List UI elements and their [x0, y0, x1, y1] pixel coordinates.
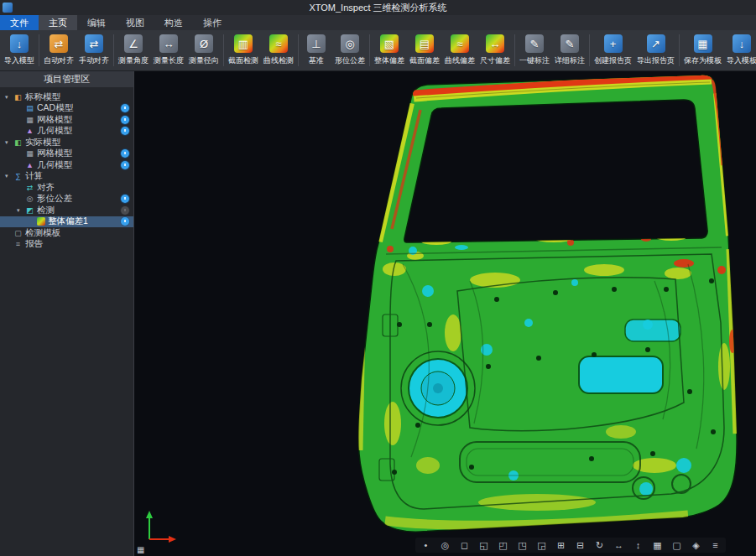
- auto-align-label: 自动对齐: [44, 55, 74, 66]
- point-snap-icon[interactable]: •: [418, 538, 434, 552]
- gdt-button[interactable]: ◎ 形位公差: [332, 33, 368, 68]
- tree-item-label: 网格模型: [37, 148, 72, 159]
- section-deviation-label: 截面偏差: [409, 55, 440, 66]
- mesh-model-icon: ▦: [25, 149, 34, 158]
- project-manager-title: 项目管理区: [0, 71, 133, 87]
- tab-edit[interactable]: 编辑: [77, 15, 116, 30]
- import-model-button[interactable]: ↓ 导入模型: [2, 33, 37, 68]
- tree-item-overall-deviation-1[interactable]: 整体偏差1: [0, 216, 133, 228]
- import-model-icon: ↓: [10, 34, 29, 53]
- tree-item-label: 几何模型: [37, 159, 72, 171]
- grid-toggle-icon[interactable]: ▦: [137, 545, 144, 554]
- tree-item-actual-mesh-model[interactable]: ▦ 网格模型: [0, 148, 133, 160]
- pan-x-icon[interactable]: ↔: [611, 538, 627, 552]
- view-iso-icon[interactable]: ◲: [534, 538, 550, 552]
- inspection-template-icon: ▢: [13, 229, 23, 237]
- view-right-icon[interactable]: ◳: [514, 538, 530, 552]
- curve-inspect-button[interactable]: ≈ 曲线检测: [261, 33, 296, 68]
- caret-down-icon[interactable]: ▾: [5, 139, 13, 146]
- export-report-page-icon: ↗: [647, 34, 665, 53]
- pan-y-icon[interactable]: ↕: [630, 538, 646, 552]
- visibility-eye-icon[interactable]: [121, 161, 129, 169]
- wireframe-mode-icon[interactable]: ▢: [669, 538, 685, 552]
- perspective-mode-icon[interactable]: ◈: [688, 538, 704, 552]
- tree-item-calculation[interactable]: ▾ ∑ 计算: [0, 171, 133, 183]
- tab-construct[interactable]: 构造: [154, 15, 193, 30]
- tree-item-actual-geometry-model[interactable]: ▲ 几何模型: [0, 159, 133, 171]
- visibility-eye-icon[interactable]: [121, 195, 129, 203]
- viewport-3d[interactable]: • ◎ ◻ ◱ ◰ ◳ ◲ ⊞ ⊟ ↻ ↔ ↕ ▦ ▢ ◈ ≡ ▦: [134, 71, 756, 556]
- overall-deviation-icon: ▧: [380, 34, 399, 53]
- tree-item-actual-model[interactable]: ▾ ◧ 实际模型: [0, 137, 133, 148]
- tree-item-mesh-model[interactable]: ▦ 网格模型: [0, 114, 133, 126]
- export-report-page-button[interactable]: ↗ 导出报告页: [634, 33, 677, 68]
- dimension-deviation-label: 尺寸偏差: [480, 55, 510, 66]
- calculation-icon: ∑: [13, 172, 23, 180]
- visibility-eye-icon[interactable]: [121, 217, 129, 226]
- dimension-deviation-button[interactable]: ↔ 尺寸偏差: [477, 33, 513, 68]
- create-report-page-button[interactable]: + 创建报告页: [592, 33, 634, 68]
- tree-item-report[interactable]: ≡ 报告: [0, 239, 133, 251]
- tree-item-inspection[interactable]: ▾ ◩ 检测: [0, 205, 133, 216]
- center-view-icon[interactable]: ◎: [437, 538, 453, 552]
- visibility-eye-icon[interactable]: [121, 127, 129, 135]
- model-3d-door-panel: [134, 71, 756, 556]
- visibility-eye-icon[interactable]: [121, 104, 129, 112]
- section-inspect-label: 截面检测: [228, 55, 258, 66]
- quick-annotation-button[interactable]: ✎ 一键标注: [517, 33, 552, 68]
- rotate-view-icon[interactable]: ↻: [592, 538, 607, 552]
- import-template-button[interactable]: ↓ 导入模板: [724, 33, 756, 68]
- view-left-icon[interactable]: ◰: [495, 538, 511, 552]
- zoom-out-icon[interactable]: ⊟: [572, 538, 588, 552]
- curve-deviation-button[interactable]: ≈ 曲线偏差: [442, 33, 477, 68]
- manual-align-button[interactable]: ⇄ 手动对齐: [76, 33, 112, 68]
- tab-operations[interactable]: 操作: [193, 15, 232, 30]
- visibility-eye-icon[interactable]: [121, 116, 129, 124]
- measure-radial-button[interactable]: Ø 测量径向: [186, 33, 222, 68]
- gdt-icon: ◎: [341, 34, 359, 53]
- ribbon-separator: [679, 34, 680, 66]
- report-icon: ≡: [13, 240, 23, 248]
- section-inspect-button[interactable]: ▥ 截面检测: [226, 33, 261, 68]
- tab-home[interactable]: 主页: [39, 15, 77, 30]
- tree-item-cad-model[interactable]: ▤ CAD模型: [0, 103, 133, 115]
- file-menu-button[interactable]: 文件: [0, 15, 39, 30]
- curve-deviation-label: 曲线偏差: [445, 55, 475, 66]
- tab-view[interactable]: 视图: [116, 15, 154, 30]
- zoom-in-icon[interactable]: ⊞: [553, 538, 569, 552]
- tree-item-label: 检测模板: [25, 227, 60, 239]
- save-as-template-icon: ▦: [694, 34, 712, 53]
- tree-item-nominal-model[interactable]: ▾ ◧ 标称模型: [0, 91, 133, 103]
- tree-item-geometry-model[interactable]: ▲ 几何模型: [0, 126, 133, 138]
- tree-item-alignment[interactable]: ⇄ 对齐: [0, 182, 133, 194]
- orientation-axes: [139, 506, 178, 544]
- detail-annotation-button[interactable]: ✎ 详细标注: [552, 33, 587, 68]
- tree-item-inspection-template[interactable]: ▢ 检测模板: [0, 227, 133, 239]
- view-options-icon[interactable]: ≡: [707, 538, 723, 552]
- measure-length-button[interactable]: ↔ 测量长度: [151, 33, 186, 68]
- create-report-page-label: 创建报告页: [594, 55, 632, 66]
- caret-down-icon[interactable]: ▾: [5, 94, 13, 101]
- tree-item-gdt[interactable]: ◎ 形位公差: [0, 194, 133, 205]
- zoom-box-icon[interactable]: ◱: [476, 538, 492, 552]
- visibility-eye-icon[interactable]: [121, 206, 129, 215]
- section-deviation-button[interactable]: ▤ 截面偏差: [407, 33, 442, 68]
- save-as-template-button[interactable]: ▦ 保存为模板: [681, 33, 724, 68]
- overall-deviation-button[interactable]: ▧ 整体偏差: [372, 33, 407, 68]
- quick-annotation-label: 一键标注: [519, 55, 550, 66]
- caret-down-icon[interactable]: ▾: [17, 207, 25, 214]
- ribbon-separator: [514, 34, 515, 66]
- project-tree: ▾ ◧ 标称模型 ▤ CAD模型 ▦ 网格模型 ▲ 几何模型 ▾ ◧ 实际模型: [0, 87, 133, 250]
- export-report-page-label: 导出报告页: [637, 55, 675, 66]
- visibility-eye-icon[interactable]: [121, 149, 129, 158]
- overall-deviation-label: 整体偏差: [374, 55, 404, 66]
- ribbon-separator: [39, 34, 39, 66]
- quick-annotation-icon: ✎: [525, 34, 544, 53]
- fit-view-icon[interactable]: ◻: [456, 538, 472, 552]
- measure-angle-button[interactable]: ∠ 测量角度: [116, 33, 151, 68]
- datum-button[interactable]: ⊥ 基准: [300, 33, 332, 68]
- auto-align-button[interactable]: ⇄ 自动对齐: [41, 33, 76, 68]
- caret-down-icon[interactable]: ▾: [5, 173, 13, 179]
- shaded-mode-icon[interactable]: ▦: [649, 538, 665, 552]
- tree-item-label: 检测: [37, 205, 55, 216]
